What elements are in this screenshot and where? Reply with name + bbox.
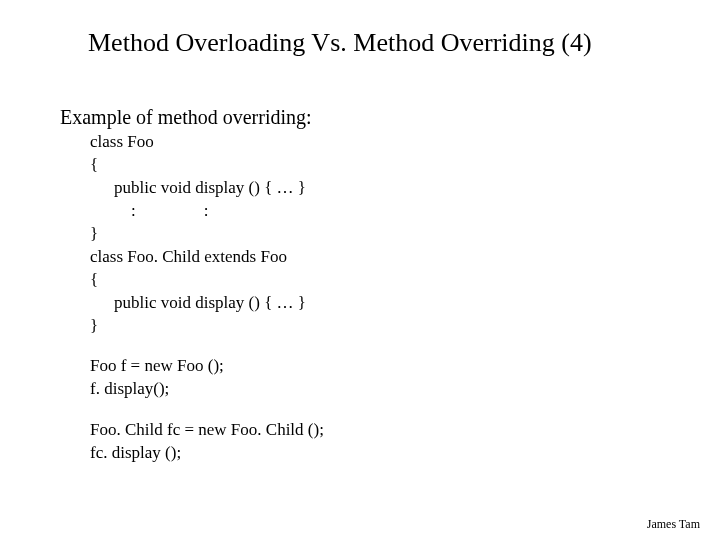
slide-title: Method Overloading Vs. Method Overriding… [0,0,720,58]
code-example: class Foo { public void display () { … }… [0,129,720,337]
code-line: { [90,269,720,292]
code-line: class Foo. Child extends Foo [90,246,720,269]
code-line: } [90,315,720,338]
code-line: } [90,223,720,246]
code-line: public void display () { … } [90,292,720,315]
code-line: public void display () { … } [90,177,720,200]
code-line: class Foo [90,131,720,154]
example-heading: Example of method overriding: [0,58,720,129]
usage-example-1: Foo f = new Foo (); f. display(); [0,337,720,401]
code-line: fc. display (); [90,442,720,465]
code-line: : : [90,200,720,223]
code-line: Foo f = new Foo (); [90,355,720,378]
code-line: Foo. Child fc = new Foo. Child (); [90,419,720,442]
author-footer: James Tam [647,517,700,532]
code-line: { [90,154,720,177]
code-line: f. display(); [90,378,720,401]
usage-example-2: Foo. Child fc = new Foo. Child (); fc. d… [0,401,720,465]
